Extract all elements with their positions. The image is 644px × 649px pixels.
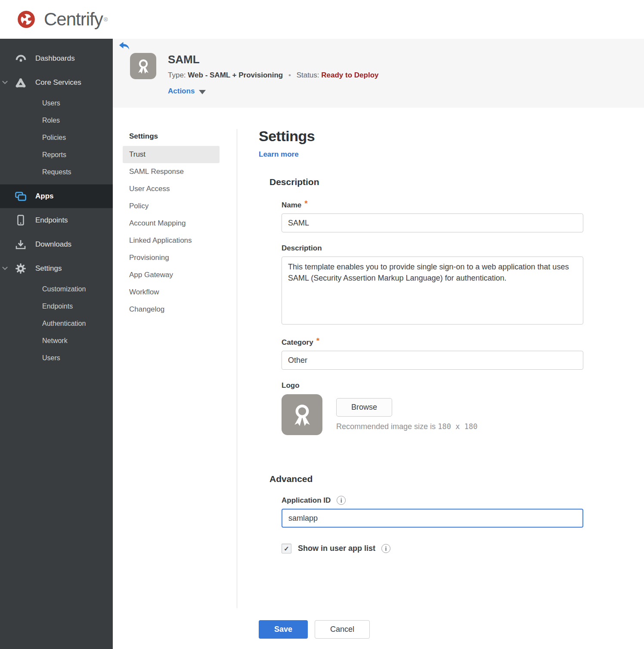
sidebar-item-endpoints[interactable]: Endpoints <box>0 208 113 232</box>
logo-preview <box>282 394 322 435</box>
ribbon-award-icon <box>135 58 152 75</box>
settings-subnav: Settings Trust SAML Response User Access… <box>113 108 237 649</box>
status-label: Status: <box>297 71 319 79</box>
advanced-section-title: Advanced <box>269 474 583 484</box>
sidebar-item-label: Downloads <box>35 240 71 249</box>
required-asterisk: * <box>316 336 319 345</box>
description-section: Description Name* Description This templ… <box>259 177 583 435</box>
sidebar-item-policies[interactable]: Policies <box>0 129 113 146</box>
sidebar-item-downloads[interactable]: Downloads <box>0 232 113 257</box>
brand-name: Centrify <box>44 9 103 30</box>
subnav-item-changelog[interactable]: Changelog <box>123 301 220 318</box>
category-field: Category* <box>282 336 583 370</box>
sidebar-item-label: Settings <box>35 264 62 273</box>
actions-dropdown[interactable]: Actions <box>168 87 206 96</box>
name-label: Name <box>282 201 301 210</box>
brand-logo: Centrify® <box>15 8 108 31</box>
subnav-item-workflow[interactable]: Workflow <box>123 284 220 301</box>
application-id-input[interactable] <box>282 509 583 528</box>
sidebar-item-users[interactable]: Users <box>0 95 113 112</box>
description-textarea[interactable]: This template enables you to provide sin… <box>282 257 583 324</box>
sidebar-item-apps[interactable]: Apps <box>0 184 113 208</box>
subnav-item-linked-applications[interactable]: Linked Applications <box>123 232 220 249</box>
brand-registered-mark: ® <box>104 16 108 23</box>
sidebar-item-label: Apps <box>35 192 54 201</box>
application-id-label: Application ID <box>282 496 331 505</box>
sidebar-item-customization[interactable]: Customization <box>0 281 113 298</box>
advanced-section: Advanced Application ID i ✓ Show in user… <box>259 474 583 553</box>
subnav-item-user-access[interactable]: User Access <box>123 180 220 198</box>
subnav-item-policy[interactable]: Policy <box>123 198 220 215</box>
browse-button[interactable]: Browse <box>336 398 392 417</box>
save-button[interactable]: Save <box>259 620 308 639</box>
description-label: Description <box>282 244 322 253</box>
sidebar-item-label: Endpoints <box>35 216 68 225</box>
ribbon-award-icon <box>289 402 315 428</box>
show-in-app-list-label: Show in user app list <box>298 544 375 553</box>
description-section-title: Description <box>269 177 583 187</box>
cancel-button[interactable]: Cancel <box>315 620 370 639</box>
logo-label: Logo <box>282 381 300 390</box>
settings-form: Settings Learn more Description Name* De… <box>237 108 644 649</box>
show-in-app-list-checkbox[interactable]: ✓ <box>282 544 291 553</box>
chevron-down-icon <box>2 267 8 271</box>
sidebar-item-requests[interactable]: Requests <box>0 164 113 181</box>
subnav-item-app-gateway[interactable]: App Gateway <box>123 266 220 284</box>
show-in-app-list-row: ✓ Show in user app list i <box>282 544 583 553</box>
name-field: Name* <box>282 199 583 232</box>
endpoint-icon <box>14 215 27 226</box>
logo-size-hint: Recommended image size is 180 x 180 <box>336 422 477 431</box>
sidebar-item-label: Dashboards <box>35 54 75 63</box>
top-brand-bar: Centrify® <box>0 0 644 39</box>
core-services-icon <box>14 78 27 88</box>
app-header: SAML Type: Web - SAML + Provisioning • S… <box>113 39 644 108</box>
app-meta-line: Type: Web - SAML + Provisioning • Status… <box>168 71 378 80</box>
subnav-item-trust[interactable]: Trust <box>123 146 220 163</box>
caret-down-icon <box>199 90 206 94</box>
category-input[interactable] <box>282 351 583 370</box>
app-logo-badge <box>130 53 156 79</box>
info-icon[interactable]: i <box>381 544 390 553</box>
description-field: Description This template enables you to… <box>282 244 583 324</box>
category-label: Category <box>282 338 313 347</box>
subnav-item-account-mapping[interactable]: Account Mapping <box>123 215 220 232</box>
apps-icon <box>14 192 27 201</box>
sidebar-item-authentication[interactable]: Authentication <box>0 315 113 332</box>
sidebar-item-settings-users[interactable]: Users <box>0 349 113 367</box>
vertical-divider <box>237 129 237 608</box>
actions-label: Actions <box>168 87 195 96</box>
form-actions: Save Cancel <box>259 620 583 639</box>
application-id-field: Application ID i <box>282 496 583 528</box>
app-title: SAML <box>168 53 378 66</box>
info-icon[interactable]: i <box>337 496 346 505</box>
type-value: Web - SAML + Provisioning <box>188 71 283 79</box>
sidebar: Dashboards Core Services Users Roles Pol… <box>0 39 113 649</box>
sidebar-item-settings-endpoints[interactable]: Endpoints <box>0 298 113 315</box>
gauge-icon <box>14 54 27 64</box>
learn-more-link[interactable]: Learn more <box>259 150 299 159</box>
sidebar-item-core-services[interactable]: Core Services <box>0 71 113 95</box>
name-input[interactable] <box>282 213 583 232</box>
subnav-title: Settings <box>123 132 237 141</box>
sidebar-item-roles[interactable]: Roles <box>0 112 113 129</box>
sidebar-item-dashboards[interactable]: Dashboards <box>0 46 113 71</box>
subnav-item-saml-response[interactable]: SAML Response <box>123 163 220 180</box>
type-label: Type: <box>168 71 186 79</box>
page-title: Settings <box>259 128 583 145</box>
required-asterisk: * <box>304 199 307 208</box>
subnav-item-provisioning[interactable]: Provisioning <box>123 249 220 266</box>
meta-separator: • <box>288 71 291 79</box>
back-arrow-icon[interactable] <box>119 42 130 50</box>
chevron-down-icon <box>2 81 8 85</box>
download-icon <box>14 239 27 250</box>
gear-icon <box>14 263 27 274</box>
sidebar-item-label: Core Services <box>35 78 81 87</box>
status-value: Ready to Deploy <box>321 71 378 79</box>
centrify-swirl-icon <box>15 8 38 31</box>
logo-field: Logo Browse <box>282 381 583 435</box>
sidebar-item-network[interactable]: Network <box>0 332 113 349</box>
sidebar-item-settings[interactable]: Settings <box>0 257 113 281</box>
sidebar-item-reports[interactable]: Reports <box>0 146 113 164</box>
